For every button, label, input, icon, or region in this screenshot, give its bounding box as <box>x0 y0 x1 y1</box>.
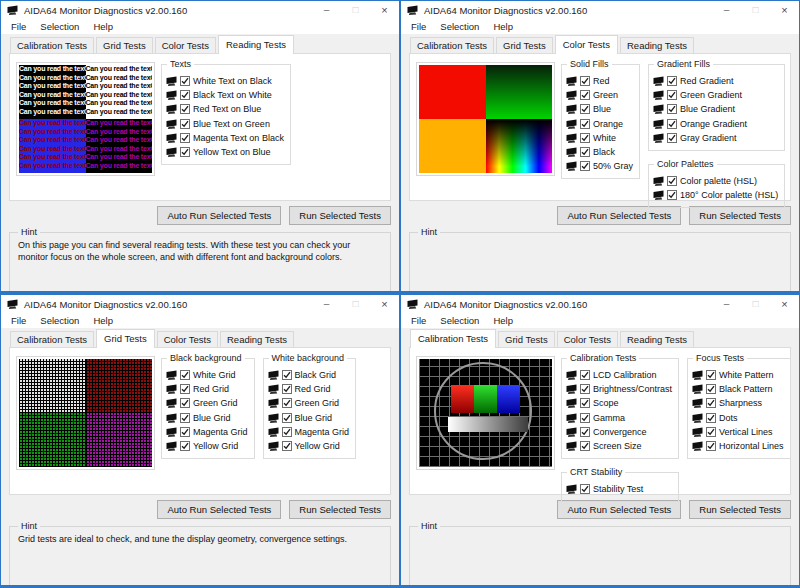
checkbox-checked[interactable] <box>706 413 716 423</box>
tab-color-tests[interactable]: Color Tests <box>155 37 216 53</box>
menu-file[interactable]: File <box>4 315 33 326</box>
checkbox-checked[interactable] <box>580 370 590 380</box>
tab-grid-tests[interactable]: Grid Tests <box>96 37 153 53</box>
checkbox-checked[interactable] <box>180 147 190 157</box>
close-icon[interactable]: × <box>370 295 399 313</box>
checkbox-checked[interactable] <box>580 90 590 100</box>
titlebar[interactable]: AIDA64 Monitor Diagnostics v2.00.160 – □… <box>401 295 799 313</box>
maximize-icon[interactable]: □ <box>341 295 370 313</box>
tab-calibration-tests[interactable]: Calibration Tests <box>10 37 94 53</box>
checkbox-checked[interactable] <box>580 119 590 129</box>
checkbox-checked[interactable] <box>667 119 677 129</box>
maximize-icon[interactable]: □ <box>341 1 370 19</box>
checkbox-checked[interactable] <box>180 370 190 380</box>
checkbox-checked[interactable] <box>580 441 590 451</box>
checkbox-checked[interactable] <box>667 190 677 200</box>
checkbox-checked[interactable] <box>580 398 590 408</box>
checkbox-checked[interactable] <box>180 104 190 114</box>
checkbox-checked[interactable] <box>667 104 677 114</box>
run-selected-tests-button[interactable]: Run Selected Tests <box>289 206 391 225</box>
tab-color-tests[interactable]: Color Tests <box>555 35 618 54</box>
auto-run-selected-tests-button[interactable]: Auto Run Selected Tests <box>557 500 681 519</box>
run-selected-tests-button[interactable]: Run Selected Tests <box>689 206 791 225</box>
checkbox-checked[interactable] <box>706 384 716 394</box>
minimize-icon[interactable]: – <box>712 1 741 19</box>
checkbox-checked[interactable] <box>667 76 677 86</box>
menu-file[interactable]: File <box>404 315 433 326</box>
close-icon[interactable]: × <box>770 295 799 313</box>
tab-color-tests[interactable]: Color Tests <box>157 331 218 347</box>
tab-reading-tests[interactable]: Reading Tests <box>220 331 294 347</box>
checkbox-checked[interactable] <box>706 441 716 451</box>
checkbox-checked[interactable] <box>580 133 590 143</box>
tab-calibration-tests[interactable]: Calibration Tests <box>410 37 494 53</box>
menu-help[interactable]: Help <box>86 315 120 326</box>
minimize-icon[interactable]: – <box>712 295 741 313</box>
maximize-icon[interactable]: □ <box>741 1 770 19</box>
close-icon[interactable]: × <box>370 1 399 19</box>
checkbox-checked[interactable] <box>180 133 190 143</box>
run-selected-tests-button[interactable]: Run Selected Tests <box>289 500 391 519</box>
tab-grid-tests[interactable]: Grid Tests <box>498 331 555 347</box>
checkbox-checked[interactable] <box>580 427 590 437</box>
checkbox-checked[interactable] <box>180 398 190 408</box>
grid-quadrant <box>86 359 153 413</box>
maximize-icon[interactable]: □ <box>741 295 770 313</box>
menu-selection[interactable]: Selection <box>433 315 486 326</box>
menu-selection[interactable]: Selection <box>433 21 486 32</box>
checkbox-checked[interactable] <box>180 119 190 129</box>
checkbox-checked[interactable] <box>706 427 716 437</box>
tab-grid-tests[interactable]: Grid Tests <box>496 37 553 53</box>
run-selected-tests-button[interactable]: Run Selected Tests <box>689 500 791 519</box>
checkbox-checked[interactable] <box>180 90 190 100</box>
titlebar[interactable]: AIDA64 Monitor Diagnostics v2.00.160 – □… <box>1 1 399 19</box>
tab-grid-tests[interactable]: Grid Tests <box>96 329 155 348</box>
checkbox-checked[interactable] <box>282 370 292 380</box>
checkbox-checked[interactable] <box>180 427 190 437</box>
checkbox-checked[interactable] <box>580 76 590 86</box>
auto-run-selected-tests-button[interactable]: Auto Run Selected Tests <box>157 206 281 225</box>
tab-reading-tests[interactable]: Reading Tests <box>620 331 694 347</box>
client-area: Calibration Tests Grid Tests Color Tests… <box>401 328 799 586</box>
checkbox-checked[interactable] <box>580 384 590 394</box>
checkbox-checked[interactable] <box>180 76 190 86</box>
checkbox-checked[interactable] <box>282 427 292 437</box>
menu-help[interactable]: Help <box>86 21 120 32</box>
tab-reading-tests[interactable]: Reading Tests <box>218 35 294 54</box>
checkbox-checked[interactable] <box>180 413 190 423</box>
checkbox-checked[interactable] <box>580 104 590 114</box>
reading-line: Can you read the texCan you read the tex… <box>86 136 153 145</box>
checkbox-checked[interactable] <box>706 370 716 380</box>
checkbox-checked[interactable] <box>667 176 677 186</box>
auto-run-selected-tests-button[interactable]: Auto Run Selected Tests <box>557 206 681 225</box>
checkbox-checked[interactable] <box>180 441 190 451</box>
checkbox-checked[interactable] <box>667 90 677 100</box>
tab-color-tests[interactable]: Color Tests <box>557 331 618 347</box>
menu-file[interactable]: File <box>404 21 433 32</box>
tab-reading-tests[interactable]: Reading Tests <box>620 37 694 53</box>
checkbox-checked[interactable] <box>580 161 590 171</box>
menu-file[interactable]: File <box>4 21 33 32</box>
checkbox-checked[interactable] <box>282 441 292 451</box>
tab-calibration-tests[interactable]: Calibration Tests <box>410 329 496 348</box>
auto-run-selected-tests-button[interactable]: Auto Run Selected Tests <box>157 500 281 519</box>
minimize-icon[interactable]: – <box>312 295 341 313</box>
menu-selection[interactable]: Selection <box>33 21 86 32</box>
checkbox-checked[interactable] <box>282 398 292 408</box>
menu-selection[interactable]: Selection <box>33 315 86 326</box>
checkbox-checked[interactable] <box>282 413 292 423</box>
menu-help[interactable]: Help <box>486 315 520 326</box>
checkbox-checked[interactable] <box>580 484 590 494</box>
tab-calibration-tests[interactable]: Calibration Tests <box>10 331 94 347</box>
menu-help[interactable]: Help <box>486 21 520 32</box>
checkbox-checked[interactable] <box>180 384 190 394</box>
checkbox-checked[interactable] <box>580 147 590 157</box>
checkbox-checked[interactable] <box>282 384 292 394</box>
checkbox-checked[interactable] <box>580 413 590 423</box>
minimize-icon[interactable]: – <box>312 1 341 19</box>
titlebar[interactable]: AIDA64 Monitor Diagnostics v2.00.160 – □… <box>401 1 799 19</box>
checkbox-checked[interactable] <box>706 398 716 408</box>
close-icon[interactable]: × <box>770 1 799 19</box>
titlebar[interactable]: AIDA64 Monitor Diagnostics v2.00.160 – □… <box>1 295 399 313</box>
checkbox-checked[interactable] <box>667 133 677 143</box>
